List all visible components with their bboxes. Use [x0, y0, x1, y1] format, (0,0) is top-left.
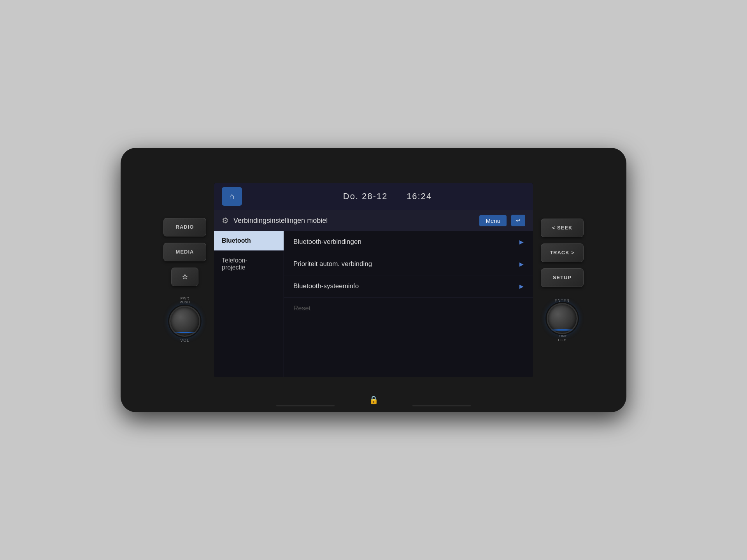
- back-icon: ↩: [516, 217, 521, 224]
- favorite-button[interactable]: ☆: [171, 268, 198, 286]
- vol-label: VOL: [180, 338, 189, 343]
- item-label-2: Prioriteit autom. verbinding: [293, 260, 519, 268]
- car-infotainment-unit: RADIO MEDIA ☆ PWRPUSH VOL ⌂ Do. 28-12 16…: [121, 148, 626, 412]
- time-text: 16:24: [407, 191, 432, 201]
- list-item-bluetooth-verbindingen[interactable]: Bluetooth-verbindingen ▶: [284, 231, 533, 253]
- seek-button[interactable]: < SEEK: [541, 219, 584, 237]
- tune-label: TUNEFILE: [557, 334, 568, 342]
- bottom-area: 🔒: [369, 395, 379, 404]
- track-button[interactable]: TRACK >: [541, 243, 584, 262]
- sidebar: Bluetooth Telefoon-projectie: [214, 231, 284, 377]
- main-area: Bluetooth Telefoon-projectie Bluetooth-v…: [214, 231, 533, 377]
- arrow-icon-3: ▶: [519, 283, 524, 289]
- sidebar-bluetooth-label: Bluetooth: [222, 237, 251, 244]
- back-button[interactable]: ↩: [511, 215, 525, 226]
- enter-knob[interactable]: [547, 303, 578, 334]
- bottom-line-right: [412, 405, 471, 406]
- title-bar: ⚙ Verbindingsinstellingen mobiel Menu ↩: [214, 210, 533, 231]
- bottom-line-left: [276, 405, 335, 406]
- sidebar-item-bluetooth[interactable]: Bluetooth: [214, 231, 284, 251]
- home-icon: ⌂: [229, 191, 234, 201]
- content-list: Bluetooth-verbindingen ▶ Prioriteit auto…: [284, 231, 533, 377]
- sidebar-item-telefoon[interactable]: Telefoon-projectie: [214, 251, 284, 277]
- bottom-lines: [276, 405, 471, 406]
- volume-knob[interactable]: [169, 306, 200, 337]
- star-icon: ☆: [182, 273, 188, 281]
- settings-icon: ⚙: [222, 216, 229, 225]
- media-button[interactable]: MEDIA: [163, 243, 206, 261]
- right-controls: < SEEK TRACK > SETUP ENTER TUNEFILE: [541, 219, 584, 342]
- arrow-icon-2: ▶: [519, 261, 524, 267]
- reset-item[interactable]: Reset: [284, 298, 533, 319]
- list-item-prioriteit[interactable]: Prioriteit autom. verbinding ▶: [284, 253, 533, 275]
- enter-knob-container: ENTER TUNEFILE: [547, 297, 578, 342]
- item-label-3: Bluetooth-systeeminfo: [293, 282, 519, 290]
- lock-icon: 🔒: [369, 395, 379, 404]
- volume-knob-container: PWRPUSH VOL: [169, 296, 200, 343]
- date-text: Do. 28-12: [343, 191, 388, 201]
- left-controls: RADIO MEDIA ☆ PWRPUSH VOL: [163, 218, 206, 343]
- item-label-1: Bluetooth-verbindingen: [293, 238, 519, 246]
- menu-button[interactable]: Menu: [479, 215, 507, 226]
- pwr-label: PWRPUSH: [179, 296, 190, 304]
- screen-header: ⌂ Do. 28-12 16:24: [214, 183, 533, 210]
- home-button[interactable]: ⌂: [222, 187, 242, 206]
- reset-label: Reset: [293, 304, 310, 312]
- screen-content: ⚙ Verbindingsinstellingen mobiel Menu ↩ …: [214, 210, 533, 377]
- date-time-display: Do. 28-12 16:24: [250, 191, 525, 201]
- arrow-icon-1: ▶: [519, 239, 524, 245]
- infotainment-screen: ⌂ Do. 28-12 16:24 ⚙ Verbindingsinstellin…: [214, 183, 533, 377]
- enter-label: ENTER: [555, 299, 570, 303]
- sidebar-telefoon-label: Telefoon-projectie: [222, 257, 247, 271]
- setup-button[interactable]: SETUP: [541, 268, 584, 287]
- radio-button[interactable]: RADIO: [163, 218, 206, 236]
- list-item-systeeminfo[interactable]: Bluetooth-systeeminfo ▶: [284, 275, 533, 298]
- screen-title: Verbindingsinstellingen mobiel: [233, 217, 475, 225]
